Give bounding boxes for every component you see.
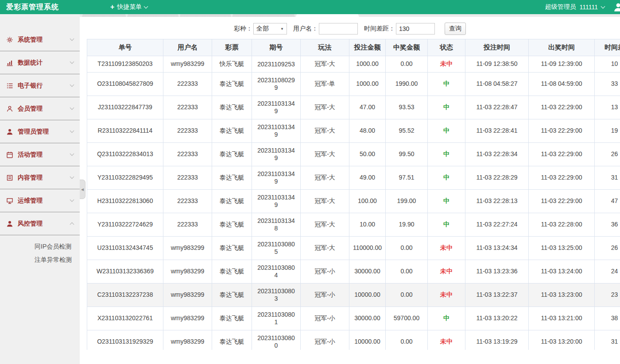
cell-win: 93.53	[386, 96, 428, 119]
cell-status: 未中	[428, 330, 465, 350]
cell-issue: 202311031349	[252, 166, 301, 189]
cell-draw_time: 11-03 22:29:00	[529, 119, 595, 142]
calendar-icon	[6, 151, 13, 158]
cell-diff: 47	[595, 189, 620, 213]
cell-bet: 47.00	[349, 96, 386, 119]
cell-bet_time: 11-09 12:38:50	[465, 56, 529, 73]
status-badge: 中	[443, 127, 450, 134]
column-header-bet: 投注金额	[349, 39, 386, 56]
cell-user: wmy983299	[163, 260, 212, 283]
status-badge: 中	[443, 150, 450, 157]
table-row: X231103132022761wmy983299泰达飞艇20231103080…	[87, 307, 620, 330]
cell-user: wmy983299	[163, 56, 212, 73]
quick-menu-button[interactable]: + 快捷菜单	[110, 3, 147, 11]
cell-play: 冠军-大	[301, 96, 349, 119]
cell-bet_time: 11-03 13:19:29	[465, 330, 529, 350]
cell-issue: 202311030800	[252, 330, 301, 350]
sidebar-item-admin-mgmt[interactable]: 管理员管理	[0, 120, 80, 143]
table-row: O231108045827809222333泰达飞艇202311080299冠军…	[87, 72, 620, 96]
cell-draw_time: 11-03 13:24:00	[529, 260, 595, 283]
cell-no: Y231103222724629	[87, 213, 163, 236]
cell-no: O231108045827809	[87, 72, 163, 96]
sidebar-item-data-stats[interactable]: 数据统计	[0, 51, 80, 74]
cell-issue: 202311031349	[252, 96, 301, 119]
cell-user: wmy983299	[163, 283, 212, 307]
cell-status: 中	[428, 307, 465, 330]
sidebar-item-system-mgmt[interactable]: 系统管理	[0, 28, 80, 51]
status-badge: 中	[443, 80, 450, 87]
cell-play: 冠军-单	[301, 72, 349, 96]
cell-bet: 1000.00	[349, 56, 386, 73]
cell-draw_time: 11-03 13:21:00	[529, 307, 595, 330]
issue-number: 202311080299	[257, 77, 296, 92]
issue-number: 202311031349	[257, 123, 296, 138]
app-title: 爱彩票管理系统	[6, 3, 59, 12]
cell-lottery: 泰达飞艇	[212, 236, 252, 260]
risk-user-icon	[6, 220, 13, 227]
issue-number: 20231109253	[257, 61, 295, 68]
cell-draw_time: 11-03 13:20:00	[529, 330, 595, 350]
column-header-lottery: 彩票	[212, 39, 252, 56]
cell-win: 19.90	[386, 213, 428, 236]
cell-lottery: 泰达飞艇	[212, 283, 252, 307]
cell-issue: 202311030803	[252, 283, 301, 307]
cell-diff: 31	[595, 330, 620, 350]
issue-number: 202311031349	[257, 147, 296, 162]
plus-icon: +	[110, 4, 114, 11]
sidebar-item-ops-mgmt[interactable]: 运维管理	[0, 189, 80, 212]
table-row: O231103131929329wmy983299泰达飞艇20231103080…	[87, 330, 620, 350]
cell-user: 222333	[163, 189, 212, 213]
cell-win: 199.00	[386, 189, 428, 213]
time-gap-filter-label: 时间差距：	[364, 25, 395, 33]
status-badge: 未中	[440, 291, 453, 298]
cell-issue: 202311080299	[252, 72, 301, 96]
cell-user: wmy983299	[163, 236, 212, 260]
sidebar-submenu-risk-mgmt: 同IP会员检测注单异常检测	[0, 235, 80, 268]
username-input[interactable]	[319, 23, 358, 34]
chevron-down-icon	[70, 60, 74, 64]
cell-play: 冠军-大	[301, 213, 349, 236]
user-menu[interactable]: 超级管理员 111111	[545, 3, 604, 11]
cell-no: Y231103222829495	[87, 166, 163, 189]
bets-table-wrap: 单号用户名彩票期号玩法投注金额中奖金额状态投注时间出奖时间时间差T2311091…	[87, 39, 620, 350]
content-panel: 彩种： 全部 ▼ 用户名： 时间差距： 查询 单号用户名彩票期号玩法投注金额中奖…	[80, 17, 620, 350]
cell-draw_time: 11-09 12:39:00	[529, 56, 595, 73]
cell-win: 0.00	[386, 260, 428, 283]
search-button[interactable]: 查询	[445, 23, 466, 35]
cell-issue: 202311030805	[252, 236, 301, 260]
cell-win: 95.52	[386, 119, 428, 142]
issue-number: 202311030804	[257, 264, 296, 279]
sidebar-item-content-mgmt[interactable]: 内容管理	[0, 166, 80, 189]
column-header-draw_time: 出奖时间	[529, 39, 595, 56]
sidebar-collapse-handle[interactable]: ◀	[80, 180, 85, 199]
table-row: T231109123850203wmy983299快乐飞艇20231109253…	[87, 56, 620, 73]
column-header-user: 用户名	[163, 39, 212, 56]
cell-no: U231103132434745	[87, 236, 163, 260]
cell-diff: 36	[595, 213, 620, 236]
status-badge: 中	[443, 174, 450, 181]
time-gap-input[interactable]	[396, 23, 435, 34]
column-header-win: 中奖金额	[386, 39, 428, 56]
sidebar: 系统管理数据统计电子银行会员管理管理员管理活动管理内容管理运维管理风控管理同IP…	[0, 14, 80, 364]
cell-diff: 38	[595, 307, 620, 330]
sidebar-item-member-mgmt[interactable]: 会员管理	[0, 97, 80, 120]
table-row: J231103222847739222333泰达飞艇202311031349冠军…	[87, 96, 620, 119]
chevron-down-icon	[144, 4, 148, 8]
table-row: U231103132434745wmy983299泰达飞艇20231103080…	[87, 236, 620, 260]
cell-play: 冠军-小	[301, 307, 349, 330]
cell-draw_time: 11-03 22:29:00	[529, 142, 595, 166]
cell-bet: 10000.00	[349, 330, 386, 350]
cell-draw_time: 11-03 13:25:00	[529, 236, 595, 260]
sidebar-subitem-same-ip-member-check[interactable]: 同IP会员检测	[0, 240, 80, 253]
cell-status: 未中	[428, 283, 465, 307]
sidebar-item-e-bank[interactable]: 电子银行	[0, 74, 80, 97]
sidebar-subitem-abnormal-bet-check[interactable]: 注单异常检测	[0, 253, 80, 266]
cell-draw_time: 11-03 22:28:00	[529, 213, 595, 236]
sidebar-item-activity-mgmt[interactable]: 活动管理	[0, 143, 80, 166]
user-icon[interactable]	[612, 2, 620, 12]
lottery-select[interactable]: 全部 ▼	[253, 23, 287, 34]
bets-table: 单号用户名彩票期号玩法投注金额中奖金额状态投注时间出奖时间时间差T2311091…	[87, 39, 620, 350]
cell-no: Q231103222834013	[87, 142, 163, 166]
cell-bet: 50.00	[349, 142, 386, 166]
sidebar-item-risk-mgmt[interactable]: 风控管理	[0, 212, 80, 235]
